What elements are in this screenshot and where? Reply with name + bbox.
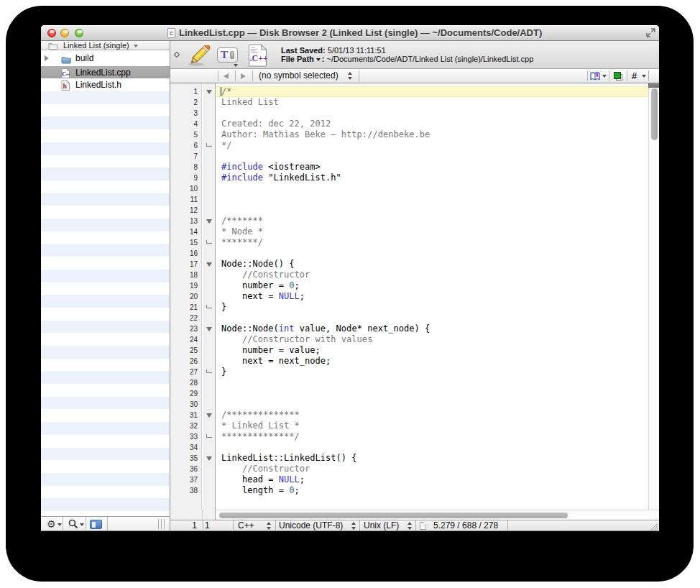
code-line[interactable]: Node::Node(int value, Node* next_node) {	[216, 323, 648, 334]
code-line[interactable]: number = 0;	[216, 280, 648, 291]
zoom-button[interactable]	[75, 29, 83, 37]
code-line[interactable]: /*	[216, 86, 648, 97]
diamond-icon[interactable]	[174, 52, 180, 58]
code-line[interactable]: Created: dec 22, 2012	[216, 119, 648, 129]
hash-icon[interactable]: #	[632, 69, 637, 83]
symbol-selector[interactable]: (no symbol selected)	[259, 69, 339, 83]
status-encoding-select[interactable]: Unicode (UTF-8)	[279, 520, 343, 531]
fullscreen-icon[interactable]	[646, 28, 655, 37]
code-line[interactable]: LinkedList::LinkedList() {	[216, 453, 648, 464]
fold-open-icon[interactable]	[206, 456, 212, 461]
title-bar[interactable]: C LinkedList.cpp — Disk Browser 2 (Linke…	[41, 25, 659, 41]
text-format-button[interactable]: T	[217, 47, 238, 63]
code-line[interactable]	[216, 248, 648, 259]
fold-open-icon[interactable]	[206, 262, 212, 267]
pencil-icon[interactable]	[186, 45, 211, 67]
code-line[interactable]: Author: Mathias Beke – http://denbeke.be	[216, 129, 648, 140]
code-text[interactable]: /*Linked ListCreated: dec 22, 2012Author…	[216, 83, 648, 510]
code-line[interactable]	[216, 205, 648, 216]
symbolbar-divider	[218, 70, 218, 81]
code-line[interactable]: #include "LinkedList.h"	[216, 173, 648, 183]
symbolbar-divider	[235, 70, 236, 81]
code-line[interactable]	[216, 377, 648, 388]
sidebar-header[interactable]: Linked List (single)	[41, 41, 170, 50]
code-line[interactable]	[216, 151, 648, 162]
splitter-drag-handle[interactable]	[158, 519, 167, 529]
color-swatch-icon[interactable]	[614, 72, 622, 81]
file-tree-item[interactable]: build	[41, 50, 170, 66]
code-line[interactable]	[216, 183, 648, 194]
back-arrow-icon[interactable]	[224, 73, 229, 79]
code-line[interactable]: /**************	[216, 410, 648, 421]
file-path-dropdown-arrow-icon[interactable]	[316, 58, 321, 61]
fold-end-icon[interactable]	[206, 240, 212, 244]
code-line[interactable]: * Linked List *	[216, 421, 648, 431]
fold-end-icon[interactable]	[206, 305, 212, 308]
encoding-stepper-icon[interactable]	[351, 522, 356, 530]
horizontal-scrollbar[interactable]	[216, 510, 659, 520]
close-button[interactable]	[47, 29, 56, 37]
code-line[interactable]	[216, 194, 648, 205]
status-line-endings-select[interactable]: Unix (LF)	[364, 520, 399, 531]
fold-open-icon[interactable]	[206, 327, 212, 331]
line-endings-stepper-icon[interactable]	[407, 522, 413, 530]
search-dropdown-arrow-icon[interactable]	[80, 523, 84, 526]
code-line[interactable]: #include <iostream>	[216, 162, 648, 173]
gear-icon[interactable]: ⚙	[47, 518, 56, 531]
file-tree-item[interactable]: C++LinkedList.cpp	[41, 66, 170, 78]
book-dropdown-arrow-icon[interactable]	[602, 75, 607, 78]
app-window: C LinkedList.cpp — Disk Browser 2 (Linke…	[41, 25, 659, 531]
code-line[interactable]: Node::Node() {	[216, 259, 648, 270]
code-line[interactable]: */	[216, 140, 648, 151]
code-line[interactable]: next = NULL;	[216, 291, 648, 302]
code-line[interactable]: //Constructor	[216, 270, 648, 280]
cpp-document-icon[interactable]: .C++	[248, 44, 267, 67]
fold-open-icon[interactable]	[206, 413, 212, 418]
code-line[interactable]	[216, 399, 648, 410]
code-line[interactable]: *******/	[216, 237, 648, 248]
code-line[interactable]: }	[216, 302, 648, 313]
fold-open-icon[interactable]	[206, 219, 212, 224]
documentation-book-icon[interactable]	[590, 72, 600, 81]
sidebar-empty-rows	[41, 91, 170, 516]
code-line[interactable]: Linked List	[216, 97, 648, 108]
line-number: 18	[172, 270, 198, 280]
code-line[interactable]: length = 0;	[216, 485, 648, 496]
code-line[interactable]	[216, 388, 648, 399]
code-line[interactable]: //Constructor	[216, 464, 648, 474]
resize-grip-icon[interactable]	[649, 522, 658, 530]
minimize-button[interactable]	[60, 29, 69, 37]
hash-dropdown-arrow-icon[interactable]	[642, 75, 646, 78]
code-line[interactable]: }	[216, 367, 648, 377]
fold-end-icon[interactable]	[206, 143, 212, 147]
vertical-scrollbar[interactable]	[648, 83, 659, 510]
search-icon[interactable]	[68, 519, 78, 529]
text-format-dropdown-arrow-icon[interactable]	[234, 64, 238, 67]
fold-end-icon[interactable]	[206, 369, 212, 373]
code-line[interactable]	[216, 108, 648, 119]
code-editor[interactable]: 1234567891011121314151617181920212223242…	[170, 83, 659, 510]
forward-arrow-icon[interactable]	[241, 73, 246, 79]
code-line[interactable]: next = next_node;	[216, 356, 648, 367]
code-line[interactable]: * Node *	[216, 226, 648, 237]
editor-split-handle[interactable]	[648, 83, 659, 88]
code-line[interactable]: number = value;	[216, 345, 648, 356]
file-tree-item[interactable]: hLinkedList.h	[41, 78, 170, 91]
vertical-scrollbar-thumb[interactable]	[651, 88, 658, 140]
gear-dropdown-arrow-icon[interactable]	[57, 523, 62, 526]
language-stepper-icon[interactable]	[267, 522, 272, 530]
code-line[interactable]: /*******	[216, 216, 648, 226]
status-language-select[interactable]: C++	[238, 520, 254, 531]
code-line[interactable]: head = NULL;	[216, 474, 648, 485]
horizontal-scrollbar-thumb[interactable]	[219, 513, 568, 519]
document-proxy-icon[interactable]: C	[167, 28, 175, 38]
code-line[interactable]: //Constructor with values	[216, 334, 648, 345]
disclosure-triangle-icon[interactable]	[45, 55, 49, 61]
code-line[interactable]	[216, 442, 648, 453]
sidebar-toggle-icon[interactable]	[90, 520, 102, 529]
code-line[interactable]: **************/	[216, 431, 648, 442]
code-line[interactable]	[216, 313, 648, 323]
fold-end-icon[interactable]	[206, 434, 212, 438]
fold-open-icon[interactable]	[206, 90, 212, 94]
symbol-stepper-icon[interactable]	[348, 72, 353, 80]
